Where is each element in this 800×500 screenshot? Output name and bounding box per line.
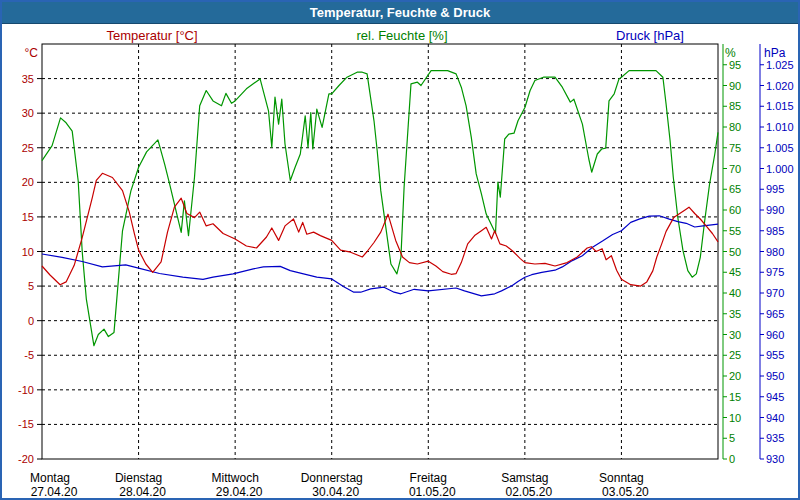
temp-tick-label: 30 <box>22 107 34 119</box>
day-name-label: Montag <box>30 471 70 485</box>
humidity-tick-label: 10 <box>729 412 741 424</box>
temp-tick-label: 15 <box>22 211 34 223</box>
day-name-label: Mittwoch <box>211 471 258 485</box>
humidity-tick-label: 55 <box>729 225 741 237</box>
temp-axis-unit: °C <box>25 46 39 60</box>
pressure-tick-label: 935 <box>766 432 784 444</box>
day-name-label: Freitag <box>410 471 447 485</box>
pressure-axis-unit: hPa <box>764 46 786 60</box>
day-date-label: 27.04.20 <box>31 485 78 499</box>
pressure-tick-label: 1.000 <box>766 163 794 175</box>
weather-chart: 35302520151050-5-10-15-20°C9590858075706… <box>2 2 800 500</box>
humidity-axis-unit: % <box>725 46 736 60</box>
pressure-tick-label: 1.010 <box>766 121 794 133</box>
pressure-tick-label: 960 <box>766 329 784 341</box>
day-name-label: Sonntag <box>599 471 644 485</box>
day-date-label: 01.05.20 <box>409 485 456 499</box>
pressure-tick-label: 980 <box>766 246 784 258</box>
pressure-tick-label: 965 <box>766 308 784 320</box>
humidity-tick-label: 15 <box>729 391 741 403</box>
humidity-tick-label: 20 <box>729 370 741 382</box>
humidity-tick-label: 70 <box>729 163 741 175</box>
pressure-tick-label: 930 <box>766 453 784 465</box>
temp-tick-label: 0 <box>28 315 34 327</box>
pressure-tick-label: 985 <box>766 225 784 237</box>
temp-tick-label: -5 <box>24 349 34 361</box>
temp-tick-label: -15 <box>18 418 34 430</box>
temp-tick-label: 35 <box>22 73 34 85</box>
pressure-series <box>42 216 718 296</box>
pressure-tick-label: 940 <box>766 412 784 424</box>
humidity-tick-label: 65 <box>729 183 741 195</box>
humidity-tick-label: 60 <box>729 204 741 216</box>
temp-tick-label: 25 <box>22 142 34 154</box>
pressure-tick-label: 950 <box>766 370 784 382</box>
pressure-tick-label: 1.005 <box>766 142 794 154</box>
pressure-tick-label: 1.015 <box>766 100 794 112</box>
humidity-tick-label: 90 <box>729 80 741 92</box>
temp-tick-label: 5 <box>28 280 34 292</box>
pressure-tick-label: 1.020 <box>766 80 794 92</box>
day-name-label: Donnerstag <box>301 471 363 485</box>
humidity-tick-label: 75 <box>729 142 741 154</box>
humidity-tick-label: 50 <box>729 246 741 258</box>
day-date-label: 28.04.20 <box>119 485 166 499</box>
day-date-label: 30.04.20 <box>312 485 359 499</box>
humidity-tick-label: 95 <box>729 59 741 71</box>
pressure-tick-label: 995 <box>766 183 784 195</box>
pressure-tick-label: 990 <box>766 204 784 216</box>
humidity-tick-label: 25 <box>729 349 741 361</box>
pressure-tick-label: 945 <box>766 391 784 403</box>
weather-chart-window: Temperatur, Feuchte & Druck Temperatur [… <box>0 0 800 500</box>
humidity-tick-label: 40 <box>729 287 741 299</box>
day-name-label: Samstag <box>501 471 548 485</box>
pressure-tick-label: 1.025 <box>766 59 794 71</box>
day-date-label: 03.05.20 <box>602 485 649 499</box>
humidity-tick-label: 85 <box>729 100 741 112</box>
pressure-tick-label: 955 <box>766 349 784 361</box>
humidity-tick-label: 45 <box>729 266 741 278</box>
temp-tick-label: 20 <box>22 176 34 188</box>
day-date-label: 02.05.20 <box>505 485 552 499</box>
day-date-label: 29.04.20 <box>216 485 263 499</box>
humidity-tick-label: 0 <box>729 453 735 465</box>
pressure-tick-label: 975 <box>766 266 784 278</box>
humidity-tick-label: 35 <box>729 308 741 320</box>
pressure-tick-label: 970 <box>766 287 784 299</box>
humidity-tick-label: 30 <box>729 329 741 341</box>
temp-tick-label: -20 <box>18 453 34 465</box>
temp-tick-label: 10 <box>22 246 34 258</box>
day-name-label: Dienstag <box>115 471 162 485</box>
humidity-tick-label: 80 <box>729 121 741 133</box>
humidity-tick-label: 5 <box>729 432 735 444</box>
temp-tick-label: -10 <box>18 384 34 396</box>
humidity-series <box>42 71 718 346</box>
